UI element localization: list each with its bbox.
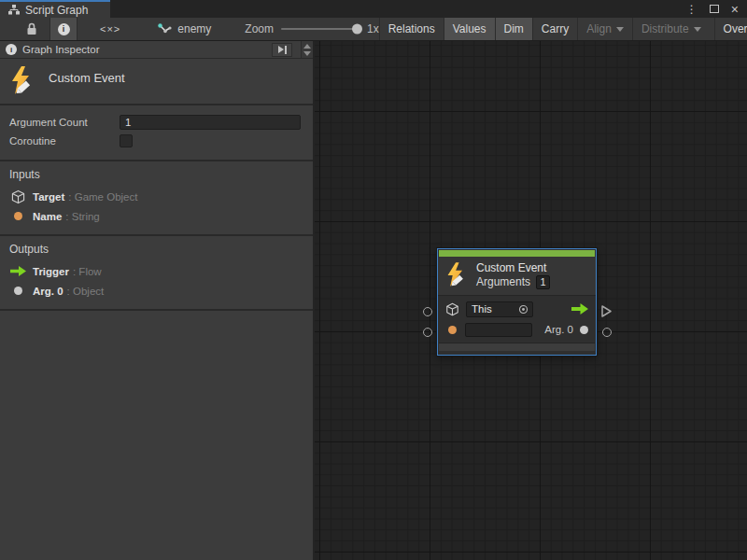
dock-icon — [278, 46, 284, 53]
scroll-up-icon[interactable] — [303, 44, 311, 49]
cube-icon — [9, 189, 26, 204]
output-row-arg0: Arg. 0 : Object — [9, 281, 303, 301]
coroutine-checkbox[interactable] — [120, 134, 133, 147]
argument-count-label: Argument Count — [9, 117, 120, 128]
node-header-text: Custom Event Arguments 1 — [476, 261, 550, 289]
window-menu-icon[interactable]: ⋮ — [686, 4, 698, 15]
event-header: Custom Event — [0, 59, 313, 104]
output-port-arg0[interactable] — [602, 328, 612, 337]
target-object-selector[interactable]: This — [466, 301, 533, 317]
output-type: : Flow — [73, 266, 102, 277]
input-row-target: Target : Game Object — [9, 187, 303, 206]
graph-canvas[interactable]: Custom Event Arguments 1 This — [315, 41, 747, 560]
align-dropdown[interactable]: Align — [577, 18, 632, 40]
target-value: This — [472, 303, 518, 315]
argument-count-input[interactable] — [120, 115, 301, 130]
graph-hierarchy-icon — [8, 5, 20, 15]
relations-button[interactable]: Relations — [379, 18, 444, 40]
dim-button[interactable]: Dim — [495, 18, 532, 40]
info-icon: i — [6, 44, 17, 55]
trigger-flow-arrow-icon[interactable] — [571, 303, 588, 315]
values-button[interactable]: Values — [444, 18, 495, 40]
overview-button[interactable]: Overview — [714, 18, 747, 40]
input-port-target[interactable] — [423, 307, 432, 316]
dim-label: Dim — [504, 22, 524, 35]
output-name: Arg. 0 — [33, 286, 63, 297]
object-port-icon[interactable] — [580, 326, 588, 334]
panel-empty-space — [0, 311, 313, 560]
string-port-icon[interactable] — [448, 326, 457, 334]
outputs-header: Outputs — [9, 243, 303, 256]
overview-label: Overview — [724, 22, 747, 35]
inputs-header: Inputs — [9, 168, 303, 181]
toolbar-buttons: Relations Values Dim Carry Align Distrib… — [379, 18, 747, 40]
graph-inspector-header: i Graph Inspector — [0, 41, 313, 59]
event-fields: Argument Count Coroutine — [0, 105, 313, 160]
inspector-title: Graph Inspector — [22, 44, 99, 55]
node-title: Custom Event — [476, 261, 550, 275]
tab-title: Script Graph — [25, 4, 88, 17]
scroll-down-icon[interactable] — [303, 51, 311, 56]
custom-event-node[interactable]: Custom Event Arguments 1 This — [437, 248, 597, 356]
event-title: Custom Event — [49, 71, 125, 85]
maximize-icon[interactable] — [710, 5, 719, 13]
event-name-input[interactable] — [465, 323, 532, 337]
node-title-bar — [439, 250, 595, 257]
input-row-name: Name : String — [9, 206, 303, 226]
zoom-slider-handle[interactable] — [352, 24, 362, 35]
dock-icon-bar — [285, 46, 287, 54]
zoom-label: Zoom — [245, 22, 274, 35]
arguments-value-field[interactable]: 1 — [536, 275, 550, 289]
values-label: Values — [453, 22, 486, 35]
node-name-row: Arg. 0 — [445, 319, 588, 340]
gray-dot-icon — [9, 287, 26, 295]
distribute-dropdown[interactable]: Distribute — [632, 18, 710, 40]
node-target-row: This — [445, 299, 588, 319]
inputs-section: Inputs Target : Game Object Name : Strin… — [0, 161, 313, 234]
node-footer — [439, 343, 595, 351]
input-name: Name — [33, 211, 62, 222]
arguments-label: Arguments — [476, 275, 530, 289]
zoom-slider[interactable] — [281, 28, 359, 30]
object-picker-icon[interactable] — [518, 304, 529, 315]
close-icon[interactable]: × — [731, 3, 739, 16]
chevron-down-icon — [694, 27, 701, 32]
graph-toolbar: i <×> enemy Zoom 1x Relations Values Dim… — [0, 18, 747, 41]
input-type: : String — [65, 211, 99, 222]
script-graph-asset-icon — [158, 23, 172, 35]
input-type: : Game Object — [68, 191, 137, 203]
arg0-label: Arg. 0 — [544, 324, 573, 335]
output-type: : Object — [67, 286, 105, 297]
window-controls: ⋮ × — [686, 0, 747, 18]
main-area: i Graph Inspector — [0, 41, 747, 560]
input-port-name[interactable] — [423, 328, 432, 337]
zoom-value: 1x — [367, 22, 379, 35]
inspector-toggle-button[interactable]: i — [49, 18, 78, 40]
carry-button[interactable]: Carry — [532, 18, 577, 40]
generated-code-icon[interactable]: <×> — [100, 23, 120, 35]
output-port-trigger[interactable] — [600, 304, 613, 322]
chevron-down-icon — [616, 27, 624, 32]
input-name: Target — [33, 191, 64, 203]
graph-breadcrumb[interactable]: enemy — [158, 18, 211, 40]
zoom-control: Zoom 1x — [245, 18, 378, 40]
argument-count-row: Argument Count — [9, 113, 301, 132]
panel-scroll-spinner[interactable] — [301, 41, 313, 58]
tab-script-graph[interactable]: Script Graph — [0, 0, 110, 18]
toolbar-left-group: i <×> — [0, 18, 120, 40]
carry-label: Carry — [542, 22, 569, 35]
green-arrow-icon — [9, 266, 26, 276]
lock-icon[interactable] — [26, 18, 37, 40]
coroutine-row: Coroutine — [9, 132, 301, 150]
coroutine-label: Coroutine — [9, 135, 120, 147]
graph-inspector-panel: i Graph Inspector — [0, 41, 315, 560]
node-arguments-row: Arguments 1 — [476, 275, 550, 289]
output-name: Trigger — [33, 266, 69, 277]
dock-panel-button[interactable] — [272, 43, 292, 57]
cube-icon — [445, 302, 459, 316]
info-icon: i — [58, 23, 70, 35]
node-header[interactable]: Custom Event Arguments 1 — [438, 257, 596, 295]
custom-event-icon — [9, 66, 35, 96]
relations-label: Relations — [388, 22, 435, 35]
align-label: Align — [586, 22, 612, 35]
